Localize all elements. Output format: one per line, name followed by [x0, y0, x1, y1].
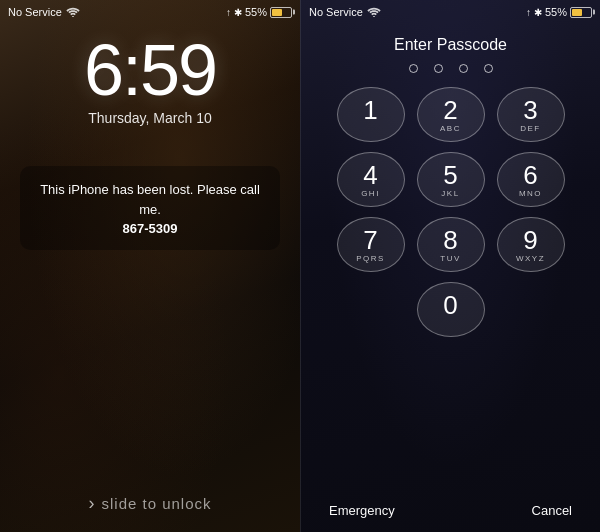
passcode-screen: No Service ↑ ✱ 55% Enter Passcode — [300, 0, 600, 532]
enter-passcode-title: Enter Passcode — [301, 36, 600, 54]
numpad-btn-2[interactable]: 2 ABC — [417, 87, 485, 142]
right-bt-icon: ✱ — [534, 7, 542, 18]
clock-time: 6:59 — [0, 34, 300, 106]
numpad-row-4: 0 — [319, 282, 582, 337]
right-status-right: ↑ ✱ 55% — [526, 6, 592, 18]
time-display: 6:59 Thursday, March 10 — [0, 34, 300, 126]
right-status-left: No Service — [309, 6, 381, 18]
lost-message-box: This iPhone has been lost. Please call m… — [20, 166, 280, 250]
numpad-btn-4[interactable]: 4 GHI — [337, 152, 405, 207]
numpad-row-2: 4 GHI 5 JKL 6 MNO — [319, 152, 582, 207]
left-no-service-label: No Service — [8, 6, 62, 18]
slide-label: slide to unlock — [101, 495, 211, 512]
left-wifi-icon — [66, 7, 80, 17]
numpad-row-3: 7 PQRS 8 TUV 9 WXYZ — [319, 217, 582, 272]
svg-point-0 — [72, 16, 74, 17]
right-battery-percent: 55% — [545, 6, 567, 18]
numpad-btn-5[interactable]: 5 JKL — [417, 152, 485, 207]
right-arrow-icon: ↑ — [526, 7, 531, 18]
chevron-right-icon: › — [88, 493, 95, 514]
left-status-right: ↑ ✱ 55% — [226, 6, 292, 18]
right-wifi-icon — [367, 7, 381, 17]
slide-to-unlock[interactable]: › slide to unlock — [0, 493, 300, 514]
passcode-bottom-bar: Emergency Cancel — [301, 489, 600, 532]
cancel-button[interactable]: Cancel — [524, 499, 580, 522]
numpad: 1 2 ABC 3 DEF 4 GHI 5 JKL 6 MN — [319, 87, 582, 337]
numpad-row-1: 1 2 ABC 3 DEF — [319, 87, 582, 142]
right-status-bar: No Service ↑ ✱ 55% — [301, 0, 600, 22]
passcode-dot-2 — [434, 64, 443, 73]
numpad-btn-0[interactable]: 0 — [417, 282, 485, 337]
emergency-button[interactable]: Emergency — [321, 499, 403, 522]
passcode-dot-3 — [459, 64, 468, 73]
left-battery-percent: 55% — [245, 6, 267, 18]
lost-message-text: This iPhone has been lost. Please call m… — [40, 182, 260, 217]
lost-message-phone: 867-5309 — [36, 221, 264, 236]
passcode-dot-1 — [409, 64, 418, 73]
left-arrow-icon: ↑ — [226, 7, 231, 18]
passcode-dot-4 — [484, 64, 493, 73]
left-status-bar: No Service ↑ ✱ 55% — [0, 0, 300, 22]
numpad-btn-8[interactable]: 8 TUV — [417, 217, 485, 272]
numpad-btn-6[interactable]: 6 MNO — [497, 152, 565, 207]
left-bt-icon: ✱ — [234, 7, 242, 18]
svg-point-1 — [373, 16, 375, 17]
passcode-dots — [301, 64, 600, 73]
clock-date: Thursday, March 10 — [0, 110, 300, 126]
left-battery-icon — [270, 7, 292, 18]
left-status-left: No Service — [8, 6, 80, 18]
slide-text: › slide to unlock — [0, 493, 300, 514]
numpad-btn-7[interactable]: 7 PQRS — [337, 217, 405, 272]
right-battery-icon — [570, 7, 592, 18]
numpad-btn-3[interactable]: 3 DEF — [497, 87, 565, 142]
lock-screen: No Service ↑ ✱ 55% 6:59 Thursd — [0, 0, 300, 532]
right-no-service-label: No Service — [309, 6, 363, 18]
numpad-btn-9[interactable]: 9 WXYZ — [497, 217, 565, 272]
numpad-btn-1[interactable]: 1 — [337, 87, 405, 142]
